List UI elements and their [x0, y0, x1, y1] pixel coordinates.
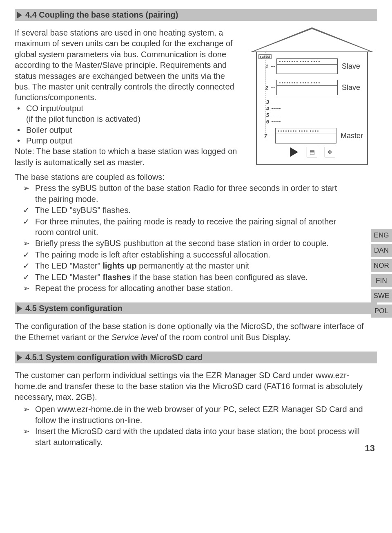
lang-pol[interactable]: POL: [371, 305, 392, 318]
step-1: Press the syBUS button of the base stati…: [35, 183, 349, 204]
device-7: [275, 128, 336, 143]
lang-dan[interactable]: DAN: [371, 244, 392, 257]
page: 4.4 Coupling the base stations (pairing)…: [0, 0, 392, 456]
label-master: Master: [341, 132, 363, 140]
arrow-icon: [17, 354, 22, 361]
bullet-co: CO input/output (if the pilot function i…: [26, 103, 242, 125]
section-4-5-1-paragraph: The customer can perform individual sett…: [15, 370, 377, 402]
unit-num-5: 5: [262, 112, 269, 118]
page-number: 13: [365, 443, 375, 454]
bullet-pump: Pump output: [26, 135, 242, 146]
play-icon: [289, 147, 299, 157]
device-1: [276, 58, 338, 74]
tank-icon: ▤: [307, 147, 317, 157]
bullet-co-text: CO input/output: [26, 104, 83, 113]
step-6: The LED "Master" lights up permanently a…: [35, 260, 349, 271]
step-5: The pairing mode is left after establish…: [35, 249, 349, 260]
heat-cool-icon: ❄: [325, 147, 335, 157]
section-4-4-bullets: CO input/output (if the pilot function i…: [15, 103, 242, 146]
unit-num-7: 7: [261, 133, 267, 139]
unit-num-1: 1: [261, 63, 268, 69]
device-2: [276, 80, 338, 95]
step-8: Repeat the process for allocating anothe…: [35, 283, 349, 293]
label-slave-2: Slave: [342, 83, 360, 92]
section-4-5-heading: 4.5 System configuration: [15, 302, 377, 314]
step-3: For three minutes, the pairing mode is r…: [35, 216, 349, 238]
lang-eng[interactable]: ENG: [371, 229, 392, 242]
arrow-icon: [17, 305, 22, 312]
proc-intro: The base stations are coupled as follows…: [15, 172, 349, 182]
unit-num-4: 4: [262, 105, 269, 112]
sd-step-1: Open www.ezr-home.de in the web browser …: [35, 404, 377, 426]
section-4-5-1-heading: 4.5.1 System configuration with MicroSD …: [15, 352, 377, 363]
arrow-icon: [17, 12, 22, 18]
lang-nor[interactable]: NOR: [371, 259, 392, 272]
house-diagram: syBUS 1 Slave 2 Slave: [251, 27, 377, 165]
step-2: The LED "syBUS" flashes.: [35, 205, 349, 215]
unit-num-3: 3: [262, 99, 269, 105]
section-4-4-note: Note: The base station to which a base s…: [15, 146, 242, 168]
section-4-5-1-steps: Open www.ezr-home.de in the web browser …: [15, 404, 377, 448]
lang-swe[interactable]: SWE: [371, 289, 392, 302]
section-4-4-title: 4.4 Coupling the base stations (pairing): [25, 10, 178, 20]
section-4-5-title: 4.5 System configuration: [25, 304, 122, 313]
lang-fin[interactable]: FIN: [371, 274, 392, 287]
label-slave-1: Slave: [342, 62, 360, 71]
unit-num-2: 2: [261, 85, 268, 91]
bullet-boiler: Boiler output: [26, 125, 242, 135]
proc-steps: Press the syBUS button of the base stati…: [15, 183, 349, 293]
sybus-label: syBUS: [258, 54, 272, 59]
roof-icon: [251, 27, 373, 52]
step-7: The LED "Master" flashes if the base sta…: [35, 272, 349, 282]
section-4-4-heading: 4.4 Coupling the base stations (pairing): [15, 9, 377, 21]
language-tabs: ENG DAN NOR FIN SWE POL: [371, 229, 392, 318]
section-4-5-1-title: 4.5.1 System configuration with MicroSD …: [25, 353, 203, 362]
section-4-4-paragraph: If several base stations are used in one…: [15, 27, 242, 103]
bullet-co-sub: (if the pilot function is activated): [26, 114, 140, 123]
section-4-5-paragraph: The configuration of the base station is…: [15, 321, 377, 343]
unit-num-6: 6: [262, 119, 269, 125]
sd-step-2: Insert the MicroSD card with the updated…: [35, 426, 377, 448]
step-4: Briefly press the syBUS pushbutton at th…: [35, 238, 349, 249]
section-4-4-body: If several base stations are used in one…: [15, 27, 377, 168]
